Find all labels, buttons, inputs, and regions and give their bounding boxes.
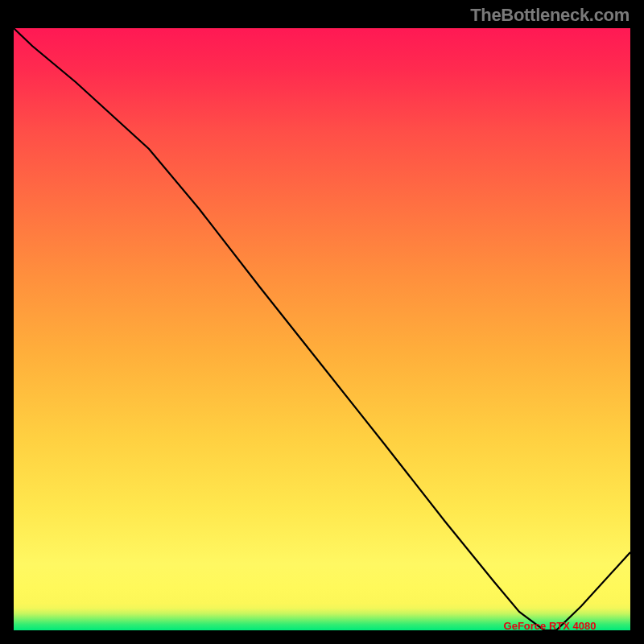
watermark-text: TheBottleneck.com [470, 5, 630, 26]
bottleneck-chart: TheBottleneck.com GeForce RTX 4080 [0, 0, 644, 644]
curve-minimum-label: GeForce RTX 4080 [504, 620, 597, 632]
chart-svg [14, 28, 630, 630]
bottleneck-curve-path [14, 28, 630, 630]
